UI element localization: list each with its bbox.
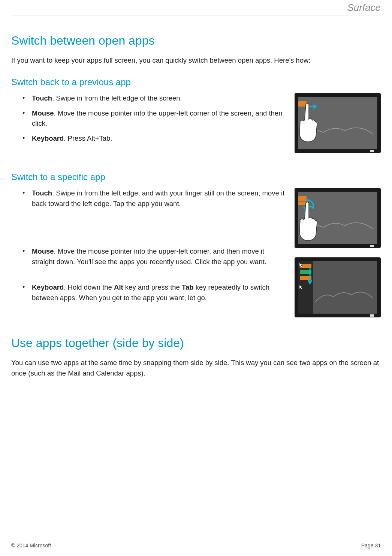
- label-keyboard: Keyboard: [32, 283, 64, 291]
- cursor-icon: [299, 262, 304, 267]
- label-tab: Tab: [182, 283, 194, 291]
- label-mouse: Mouse: [32, 109, 54, 117]
- subheading-switch-back: Switch back to a previous app: [11, 77, 381, 87]
- text-keyboard: . Press Alt+Tab.: [64, 134, 112, 142]
- body-paragraph: You can use two apps at the same time by…: [11, 358, 381, 379]
- list-item: Mouse. Move the mouse pointer into the u…: [26, 246, 287, 267]
- heading-switch-apps: Switch between open apps: [11, 34, 381, 48]
- tablet-illustration-swipe-back: [295, 188, 381, 248]
- header-divider: [11, 15, 381, 15]
- windows-button-icon: [370, 314, 374, 317]
- label-touch: Touch: [32, 189, 52, 197]
- list-item: Touch. Swipe in from the left edge, and …: [26, 188, 287, 209]
- intro-paragraph: If you want to keep your apps full scree…: [11, 55, 381, 66]
- page-number: Page 31: [361, 542, 381, 548]
- hand-icon: [298, 201, 319, 242]
- list-item: Touch. Swipe in from the left edge of th…: [26, 93, 287, 104]
- page-footer: © 2014 Microsoft Page 31: [11, 542, 381, 548]
- tablet-illustration-swipe: [295, 93, 381, 153]
- label-keyboard: Keyboard: [32, 134, 64, 142]
- instruction-list: Touch. Swipe in from the left edge, and …: [11, 188, 287, 303]
- instruction-list: Touch. Swipe in from the left edge of th…: [11, 93, 287, 144]
- arrow-down-icon: [308, 267, 312, 286]
- text-mid: key and press the: [123, 283, 182, 291]
- heading-use-apps-together: Use apps together (side by side): [11, 336, 381, 350]
- cursor-icon: [299, 284, 304, 289]
- section-switch-back: Switch back to a previous app Touch. Swi…: [11, 77, 381, 162]
- label-touch: Touch: [32, 94, 52, 102]
- label-alt: Alt: [114, 283, 123, 291]
- text-pre: . Hold down the: [64, 283, 114, 291]
- brand-header: Surface: [347, 2, 381, 14]
- subheading-switch-specific: Switch to a specific app: [11, 172, 381, 182]
- section-switch-specific: Switch to a specific app Touch. Swipe in…: [11, 172, 381, 327]
- list-item: Keyboard. Press Alt+Tab.: [26, 133, 287, 144]
- tablet-illustration-mouse: [295, 257, 381, 317]
- windows-button-icon: [370, 150, 374, 152]
- text-touch: . Swipe in from the left edge of the scr…: [52, 94, 182, 102]
- list-item: Mouse. Move the mouse pointer into the u…: [26, 108, 287, 129]
- page-content: Switch between open apps If you want to …: [11, 34, 381, 389]
- hand-icon: [298, 102, 319, 144]
- label-mouse: Mouse: [32, 247, 54, 255]
- text-touch: . Swipe in from the left edge, and with …: [32, 189, 284, 207]
- copyright-text: © 2014 Microsoft: [11, 542, 51, 548]
- list-item: Keyboard. Hold down the Alt key and pres…: [26, 282, 287, 303]
- cloud-decoration: [315, 287, 373, 306]
- text-mouse: . Move the mouse pointer into the upper-…: [32, 109, 282, 128]
- text-mouse: . Move the mouse pointer into the upper-…: [32, 247, 266, 266]
- windows-button-icon: [370, 245, 374, 247]
